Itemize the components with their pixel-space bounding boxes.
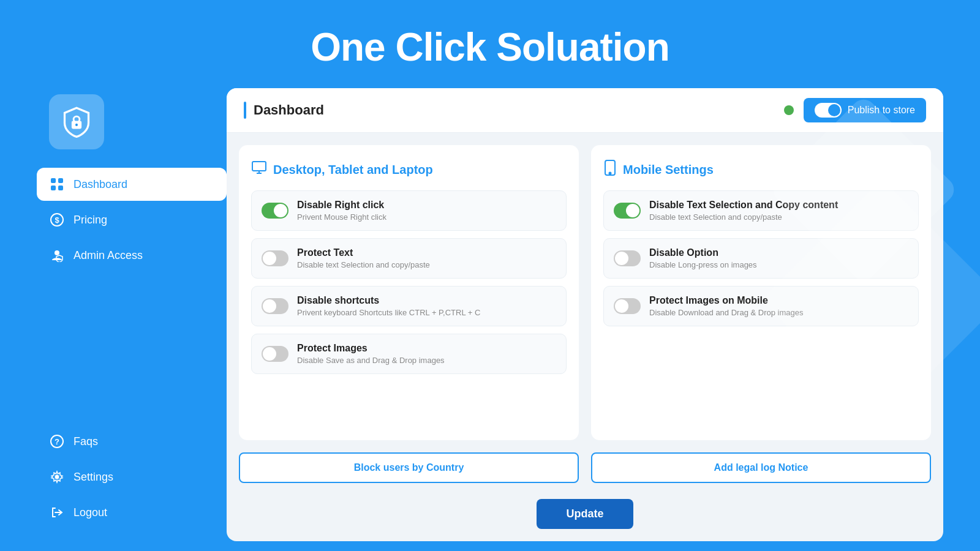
toggle-protect-images-mobile[interactable] xyxy=(614,298,641,314)
toggle-disable-right-click[interactable] xyxy=(262,203,288,219)
sidebar-item-logout[interactable]: Logout xyxy=(37,496,227,529)
dashboard-title: Dashboard xyxy=(254,102,324,118)
app-logo xyxy=(49,94,104,149)
svg-rect-5 xyxy=(51,186,56,190)
sidebar-bottom: ? Faqs Settings xyxy=(37,425,227,541)
svg-point-2 xyxy=(75,124,78,126)
monitor-icon xyxy=(251,160,267,179)
feature-desc-disable-shortcuts: Privent keyboard Shortcuts like CTRL + P… xyxy=(297,308,556,317)
toggle-ball xyxy=(615,299,628,313)
feature-row-protect-images: Protect Images Disable Save as and Drag … xyxy=(251,334,567,374)
feature-row-protect-text: Protect Text Disable text Selection and … xyxy=(251,238,567,279)
logout-icon xyxy=(49,504,65,520)
page-title: One Click Soluation xyxy=(0,0,980,88)
sidebar-item-admin-label: Admin Access xyxy=(74,249,143,262)
svg-text:?: ? xyxy=(55,437,59,446)
user-shield-icon xyxy=(49,247,65,263)
gear-icon xyxy=(49,469,65,485)
title-bar-accent xyxy=(244,102,246,119)
toggle-ball xyxy=(615,252,628,265)
desktop-section-header: Desktop, Tablet and Laptop xyxy=(251,160,567,179)
feature-desc-protect-text: Disable text Selection and copy/paste xyxy=(297,260,556,269)
svg-point-12 xyxy=(55,475,59,479)
sidebar-item-admin[interactable]: Admin Access xyxy=(37,239,227,272)
update-row: Update xyxy=(227,493,943,541)
desktop-section-card: Desktop, Tablet and Laptop Disable Right… xyxy=(239,145,579,440)
block-users-button[interactable]: Block users by Country xyxy=(239,452,579,483)
sidebar-item-dashboard-label: Dashboard xyxy=(74,178,127,191)
mobile-section-title: Mobile Settings xyxy=(623,163,714,177)
sidebar-item-faqs-label: Faqs xyxy=(74,435,98,448)
feature-title-disable-shortcuts: Disable shortcuts xyxy=(297,295,556,306)
svg-point-9 xyxy=(55,250,59,255)
sidebar-item-pricing-label: Pricing xyxy=(74,214,107,227)
feature-text-disable-shortcuts: Disable shortcuts Privent keyboard Short… xyxy=(297,295,556,317)
mobile-icon xyxy=(603,160,617,179)
dollar-icon: $ xyxy=(49,212,65,228)
toggle-disable-text-selection[interactable] xyxy=(614,203,641,219)
feature-text-protect-images: Protect Images Disable Save as and Drag … xyxy=(297,343,556,365)
toggle-ball xyxy=(263,299,276,313)
svg-rect-3 xyxy=(51,178,56,183)
grid-icon xyxy=(49,176,65,192)
sidebar-item-dashboard[interactable]: Dashboard xyxy=(37,168,227,201)
feature-desc-protect-images: Disable Save as and Drag & Drop images xyxy=(297,356,556,365)
toggle-disable-shortcuts[interactable] xyxy=(262,298,288,314)
bottom-buttons: Block users by Country Add legal log Not… xyxy=(227,452,943,493)
feature-row-disable-right-click: Disable Right click Privent Mouse Right … xyxy=(251,190,567,231)
toggle-ball xyxy=(274,204,287,217)
svg-text:$: $ xyxy=(55,216,59,225)
feature-desc-disable-right-click: Privent Mouse Right click xyxy=(297,212,556,222)
toggle-protect-images[interactable] xyxy=(262,346,288,362)
feature-text-disable-right-click: Disable Right click Privent Mouse Right … xyxy=(297,200,556,222)
feature-row-disable-shortcuts: Disable shortcuts Privent keyboard Short… xyxy=(251,286,567,326)
svg-point-18 xyxy=(609,173,611,174)
sidebar-item-logout-label: Logout xyxy=(74,506,107,519)
status-indicator xyxy=(784,105,794,115)
sidebar-item-faqs[interactable]: ? Faqs xyxy=(37,425,227,458)
toggle-switch xyxy=(815,103,842,118)
feature-text-protect-text: Protect Text Disable text Selection and … xyxy=(297,247,556,269)
svg-rect-6 xyxy=(58,186,63,190)
sidebar-item-pricing[interactable]: $ Pricing xyxy=(37,203,227,236)
svg-rect-4 xyxy=(58,178,63,183)
sidebar-item-settings-label: Settings xyxy=(74,471,113,484)
toggle-ball xyxy=(263,252,276,265)
question-icon: ? xyxy=(49,433,65,449)
feature-title-disable-right-click: Disable Right click xyxy=(297,200,556,211)
sidebar-item-settings[interactable]: Settings xyxy=(37,460,227,493)
update-button[interactable]: Update xyxy=(537,499,633,529)
shield-lock-icon xyxy=(61,106,92,138)
nav-items: Dashboard $ Pricing xyxy=(37,168,227,272)
svg-rect-14 xyxy=(252,162,266,171)
toggle-disable-option[interactable] xyxy=(614,250,641,266)
toggle-knob xyxy=(828,104,840,116)
toggle-ball xyxy=(263,347,276,361)
toggle-ball xyxy=(626,204,639,217)
add-legal-notice-button[interactable]: Add legal log Notice xyxy=(591,452,931,483)
toggle-protect-text[interactable] xyxy=(262,250,288,266)
feature-title-protect-images: Protect Images xyxy=(297,343,556,354)
dashboard-title-wrapper: Dashboard xyxy=(244,102,324,119)
feature-title-protect-text: Protect Text xyxy=(297,247,556,258)
sidebar: Dashboard $ Pricing xyxy=(37,88,227,541)
desktop-section-title: Desktop, Tablet and Laptop xyxy=(273,163,433,177)
